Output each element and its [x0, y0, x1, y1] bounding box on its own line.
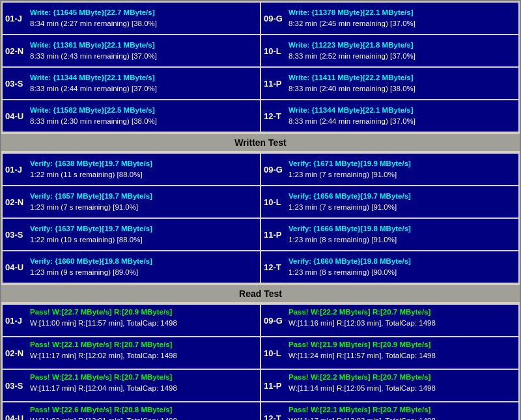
- card-content: Verify: {1660 MByte}[19.8 MByte/s]1:23 m…: [289, 256, 514, 279]
- card-10-l: 10-LVerify: {1656 MByte}[19.7 MByte/s]1:…: [261, 186, 518, 217]
- card-03-s: 03-SWrite: {11344 MByte}[22.1 MByte/s]8:…: [3, 68, 260, 99]
- card-04-u: 04-UWrite: {11582 MByte}[22.5 MByte/s]8:…: [3, 100, 260, 132]
- card-id-04-u: 04-U: [5, 413, 23, 421]
- card-line2: 8:33 min (2:52 min remaining) [37.0%]: [289, 51, 514, 62]
- card-12-t: 12-TWrite: {11344 MByte}[22.1 MByte/s]8:…: [261, 100, 518, 132]
- card-line1: Pass! W:[22.1 MByte/s] R:[20.7 MByte/s]: [289, 404, 514, 415]
- card-id-09-g: 09-G: [264, 316, 283, 326]
- card-line2: W:[11:16 min] R:[12:03 min], TotalCap: 1…: [289, 318, 514, 329]
- read-section: 01-JPass! W:[22.7 MByte/s] R:[20.9 MByte…: [1, 303, 520, 420]
- card-line2: W:[11:17 min] R:[12:04 min], TotalCap: 1…: [30, 383, 256, 394]
- card-11-p: 11-PVerify: {1666 MByte}[19.8 MByte/s]1:…: [261, 219, 518, 250]
- card-content: Verify: {1638 MByte}[19.7 MByte/s]1:22 m…: [30, 158, 256, 181]
- read-test-label: Read Test: [1, 285, 520, 302]
- card-id-01-j: 01-J: [5, 165, 22, 175]
- main-container: 01-JWrite: {11645 MByte}[22.7 MByte/s]8:…: [0, 0, 521, 420]
- card-line1: Write: {11344 MByte}[22.1 MByte/s]: [289, 105, 514, 116]
- card-04-u: 04-UPass! W:[22.6 MByte/s] R:[20.8 MByte…: [3, 402, 260, 420]
- card-id-12-t: 12-T: [264, 262, 281, 272]
- card-09-g: 09-GWrite: {11378 MByte}[22.1 MByte/s]8:…: [261, 3, 518, 34]
- card-01-j: 01-JVerify: {1638 MByte}[19.7 MByte/s]1:…: [3, 154, 260, 185]
- card-line2: 1:23 min (8 s remaining) [90.0%]: [289, 267, 514, 278]
- card-id-04-u: 04-U: [5, 111, 23, 121]
- card-id-10-l: 10-L: [264, 46, 281, 56]
- card-content: Verify: {1660 MByte}[19.8 MByte/s]1:23 m…: [30, 256, 256, 279]
- card-content: Pass! W:[22.1 MByte/s] R:[20.7 MByte/s]W…: [30, 372, 256, 395]
- card-line1: Verify: {1660 MByte}[19.8 MByte/s]: [289, 256, 514, 267]
- card-line2: 8:32 min (2:45 min remaining) [37.0%]: [289, 18, 514, 29]
- card-10-l: 10-LPass! W:[21.9 MByte/s] R:[20.9 MByte…: [261, 337, 518, 369]
- card-content: Pass! W:[21.9 MByte/s] R:[20.9 MByte/s]W…: [289, 339, 514, 362]
- card-id-11-p: 11-P: [264, 79, 281, 89]
- card-id-02-n: 02-N: [5, 348, 23, 358]
- card-id-11-p: 11-P: [264, 381, 281, 391]
- card-content: Verify: {1657 MByte}[19.7 MByte/s]1:23 m…: [30, 191, 256, 214]
- card-line2: W:[11:17 min] R:[12:02 min], TotalCap: 1…: [30, 350, 256, 361]
- card-content: Write: {11378 MByte}[22.1 MByte/s]8:32 m…: [289, 7, 514, 30]
- card-content: Pass! W:[22.1 MByte/s] R:[20.7 MByte/s]W…: [30, 339, 256, 362]
- card-12-t: 12-TPass! W:[22.1 MByte/s] R:[20.7 MByte…: [261, 402, 518, 420]
- card-content: Verify: {1666 MByte}[19.8 MByte/s]1:23 m…: [289, 223, 514, 246]
- card-line2: W:[11:00 min] R:[11:57 min], TotalCap: 1…: [30, 318, 256, 329]
- card-content: Verify: {1637 MByte}[19.7 MByte/s]1:22 m…: [30, 223, 256, 246]
- card-line2: 1:22 min (10 s remaining) [88.0%]: [30, 234, 256, 245]
- card-11-p: 11-PPass! W:[22.2 MByte/s] R:[20.7 MByte…: [261, 370, 518, 401]
- card-line1: Write: {11223 MByte}[21.8 MByte/s]: [289, 40, 514, 51]
- card-line1: Pass! W:[21.9 MByte/s] R:[20.9 MByte/s]: [289, 339, 514, 350]
- card-09-g: 09-GPass! W:[22.2 MByte/s] R:[20.7 MByte…: [261, 305, 518, 336]
- card-content: Pass! W:[22.1 MByte/s] R:[20.7 MByte/s]W…: [289, 404, 514, 420]
- card-id-11-p: 11-P: [264, 230, 281, 240]
- card-line2: 8:33 min (2:44 min remaining) [37.0%]: [289, 116, 514, 127]
- card-content: Write: {11645 MByte}[22.7 MByte/s]8:34 m…: [30, 7, 256, 30]
- card-line2: 1:23 min (9 s remaining) [89.0%]: [30, 267, 256, 278]
- card-line1: Pass! W:[22.2 MByte/s] R:[20.7 MByte/s]: [289, 307, 514, 318]
- card-line1: Write: {11645 MByte}[22.7 MByte/s]: [30, 7, 256, 18]
- card-id-01-j: 01-J: [5, 316, 22, 326]
- card-01-j: 01-JPass! W:[22.7 MByte/s] R:[20.9 MByte…: [3, 305, 260, 336]
- card-id-03-s: 03-S: [5, 79, 23, 89]
- card-content: Write: {11344 MByte}[22.1 MByte/s]8:33 m…: [30, 72, 256, 95]
- card-content: Verify: {1671 MByte}[19.9 MByte/s]1:23 m…: [289, 158, 514, 181]
- card-id-09-g: 09-G: [264, 14, 283, 23]
- card-id-02-n: 02-N: [5, 197, 23, 207]
- card-line1: Verify: {1660 MByte}[19.8 MByte/s]: [30, 256, 256, 267]
- card-03-s: 03-SPass! W:[22.1 MByte/s] R:[20.7 MByte…: [3, 370, 260, 401]
- card-content: Pass! W:[22.2 MByte/s] R:[20.7 MByte/s]W…: [289, 372, 514, 395]
- card-line1: Write: {11361 MByte}[22.1 MByte/s]: [30, 40, 256, 51]
- card-id-09-g: 09-G: [264, 165, 283, 175]
- card-content: Write: {11223 MByte}[21.8 MByte/s]8:33 m…: [289, 40, 514, 63]
- card-id-02-n: 02-N: [5, 46, 23, 56]
- card-line2: 8:33 min (2:30 min remaining) [38.0%]: [30, 116, 256, 127]
- card-id-01-j: 01-J: [5, 14, 22, 23]
- card-line1: Write: {11582 MByte}[22.5 MByte/s]: [30, 105, 256, 116]
- card-line2: 8:33 min (2:44 min remaining) [37.0%]: [30, 83, 256, 94]
- card-02-n: 02-NWrite: {11361 MByte}[22.1 MByte/s]8:…: [3, 35, 260, 66]
- card-content: Write: {11344 MByte}[22.1 MByte/s]8:33 m…: [289, 105, 514, 128]
- card-11-p: 11-PWrite: {11411 MByte}[22.2 MByte/s]8:…: [261, 68, 518, 99]
- card-line2: W:[11:24 min] R:[11:57 min], TotalCap: 1…: [289, 350, 514, 361]
- card-line2: W:[11:14 min] R:[12:05 min], TotalCap: 1…: [289, 383, 514, 394]
- card-id-03-s: 03-S: [5, 230, 23, 240]
- card-id-10-l: 10-L: [264, 197, 281, 207]
- card-line1: Verify: {1671 MByte}[19.9 MByte/s]: [289, 158, 514, 169]
- card-line2: 8:34 min (2:27 min remaining) [38.0%]: [30, 18, 256, 29]
- card-line1: Pass! W:[22.1 MByte/s] R:[20.7 MByte/s]: [30, 372, 256, 383]
- card-line1: Pass! W:[22.7 MByte/s] R:[20.9 MByte/s]: [30, 307, 256, 318]
- card-id-03-s: 03-S: [5, 381, 23, 391]
- card-03-s: 03-SVerify: {1637 MByte}[19.7 MByte/s]1:…: [3, 219, 260, 250]
- card-id-10-l: 10-L: [264, 348, 281, 358]
- card-id-12-t: 12-T: [264, 413, 281, 421]
- card-line1: Write: {11378 MByte}[22.1 MByte/s]: [289, 7, 514, 18]
- card-content: Verify: {1656 MByte}[19.7 MByte/s]1:23 m…: [289, 191, 514, 214]
- card-12-t: 12-TVerify: {1660 MByte}[19.8 MByte/s]1:…: [261, 251, 518, 283]
- card-02-n: 02-NVerify: {1657 MByte}[19.7 MByte/s]1:…: [3, 186, 260, 217]
- card-10-l: 10-LWrite: {11223 MByte}[21.8 MByte/s]8:…: [261, 35, 518, 66]
- card-content: Write: {11361 MByte}[22.1 MByte/s]8:33 m…: [30, 40, 256, 63]
- card-content: Pass! W:[22.2 MByte/s] R:[20.7 MByte/s]W…: [289, 307, 514, 329]
- card-line1: Write: {11411 MByte}[22.2 MByte/s]: [289, 72, 514, 83]
- verify-section: 01-JVerify: {1638 MByte}[19.7 MByte/s]1:…: [1, 152, 520, 284]
- card-04-u: 04-UVerify: {1660 MByte}[19.8 MByte/s]1:…: [3, 251, 260, 283]
- card-line1: Verify: {1638 MByte}[19.7 MByte/s]: [30, 158, 256, 169]
- card-content: Pass! W:[22.7 MByte/s] R:[20.9 MByte/s]W…: [30, 307, 256, 329]
- card-line2: 1:23 min (8 s remaining) [91.0%]: [289, 234, 514, 245]
